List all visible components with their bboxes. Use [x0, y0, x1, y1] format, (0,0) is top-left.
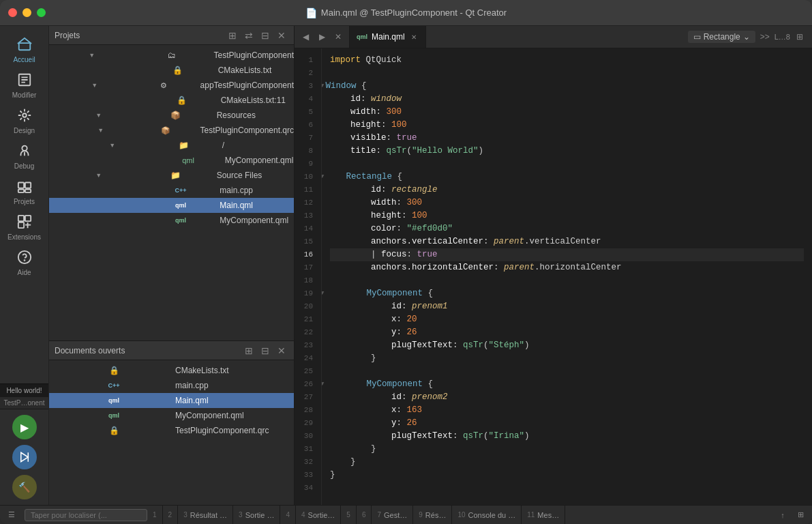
tree-item-source-files[interactable]: ▼ 📁 Source Files [49, 168, 294, 183]
code-line[interactable] [330, 67, 804, 80]
code-line[interactable]: anchors.verticalCenter: parent.verticalC… [330, 235, 804, 248]
code-line[interactable]: y: 26 [330, 326, 804, 339]
bottom-tab-sortie3[interactable]: 3Sortie … [233, 506, 280, 525]
code-line[interactable]: width: 300 [330, 196, 804, 209]
element-selector[interactable]: ▭ Rectangle ⌄ [688, 31, 755, 43]
tree-item-mycomponent-qml-2[interactable]: qml MyComponent.qml [49, 213, 294, 228]
search-input[interactable] [25, 509, 147, 521]
fold-arrow-icon[interactable]: ▼ [322, 287, 324, 300]
fold-arrow-icon[interactable]: ▼ [322, 171, 324, 184]
code-line[interactable]: visible: true [330, 132, 804, 145]
run-debug-button[interactable] [12, 445, 37, 469]
code-line[interactable]: color: "#efd0d0" [330, 222, 804, 235]
code-line[interactable]: x: 163 [330, 404, 804, 417]
code-line[interactable]: y: 26 [330, 417, 804, 430]
sidebar-item-debug[interactable]: Debug [0, 138, 49, 173]
tree-item-testplugincomponent[interactable]: ▼ 🗂 TestPluginComponent [49, 48, 294, 63]
panel-close-btn[interactable]: ✕ [275, 29, 288, 42]
maximize-button[interactable] [37, 8, 46, 17]
code-line[interactable]: id: window [330, 93, 804, 106]
code-editor[interactable]: 1234567891011121314151617181920212223242… [295, 48, 812, 505]
split-editor-btn[interactable]: ⊞ [793, 30, 807, 44]
doc-item-cmake[interactable]: 🔒 CMakeLists.txt [49, 363, 294, 378]
doc-item-mycomponent-qml[interactable]: qml MyComponent.qml [49, 408, 294, 423]
code-line[interactable] [330, 365, 804, 378]
bottom-search[interactable] [25, 509, 147, 521]
tree-item-slash[interactable]: ▼ 📁 / [49, 138, 294, 153]
bottom-tab-sortie4[interactable]: 4Sortie… [296, 506, 341, 525]
minimize-button[interactable] [22, 8, 31, 17]
code-line[interactable]: ▼ MyComponent { [330, 378, 804, 391]
code-content[interactable]: import QtQuick▼Window { id: window width… [322, 48, 812, 505]
bottom-tab-mes[interactable]: 11Mes… [522, 506, 565, 525]
docs-panel-split-btn[interactable]: ⊟ [258, 344, 272, 358]
code-line[interactable]: plugTextText: qsTr("Irina") [330, 430, 804, 443]
bottom-tab-res[interactable]: 9Rés… [413, 506, 452, 525]
fold-arrow-icon[interactable]: ▼ [322, 80, 324, 93]
bottom-tab-gest[interactable]: 7Gest… [372, 506, 413, 525]
run-button[interactable]: ▶ [12, 415, 37, 439]
doc-item-main-cpp[interactable]: C++ main.cpp [49, 378, 294, 393]
tab-close-btn[interactable]: ✕ [409, 32, 419, 42]
bottom-up-btn[interactable]: ↑ [775, 508, 790, 523]
code-line[interactable]: } [330, 456, 804, 469]
bottom-tab-5[interactable]: 5 [341, 506, 357, 525]
build-button[interactable]: 🔨 [12, 475, 37, 499]
bottom-tab-2[interactable]: 2 [163, 506, 179, 525]
docs-panel-close-btn[interactable]: ✕ [275, 344, 288, 358]
close-button[interactable] [8, 8, 17, 17]
docs-panel-btn1[interactable]: ⊞ [242, 344, 256, 358]
code-line[interactable] [330, 158, 804, 171]
code-line[interactable]: id: prenom2 [330, 391, 804, 404]
tree-item-cmakelists[interactable]: 🔒 CMakeLists.txt [49, 63, 294, 78]
code-line[interactable]: height: 100 [330, 209, 804, 222]
code-line[interactable]: } [330, 469, 804, 482]
tab-close-other-btn[interactable]: ✕ [331, 30, 345, 44]
bottom-sidebar-btn[interactable]: ☰ [4, 508, 19, 523]
tree-item-qrc[interactable]: ▼ 📦 TestPluginComponent.qrc [49, 123, 294, 138]
code-line[interactable]: ▼ Rectangle { [330, 171, 804, 184]
sidebar-item-accueil[interactable]: Accueil [0, 31, 49, 67]
code-line[interactable]: x: 20 [330, 313, 804, 326]
sidebar-item-projets[interactable]: Projets [0, 173, 49, 209]
code-line[interactable] [330, 274, 804, 287]
bottom-tab-console[interactable]: 10Console du … [452, 506, 522, 525]
code-line[interactable]: | focus: true [330, 248, 804, 261]
panel-sync-btn[interactable]: ⇄ [242, 29, 256, 42]
code-line[interactable]: } [330, 352, 804, 365]
code-line[interactable]: anchors.horizontalCenter: parent.horizon… [330, 261, 804, 274]
code-line[interactable]: ▼Window { [330, 80, 804, 93]
tab-forward-btn[interactable]: ▶ [315, 30, 329, 44]
code-line[interactable]: title: qsTr("Hello World") [330, 145, 804, 158]
bottom-tab-6[interactable]: 6 [357, 506, 372, 525]
sidebar-item-modifier[interactable]: Modifier [0, 67, 49, 102]
code-line[interactable]: } [330, 443, 804, 456]
code-line[interactable]: width: 300 [330, 106, 804, 119]
sidebar-item-extensions[interactable]: Extensions [0, 209, 49, 244]
doc-item-qrc[interactable]: 🔒 TestPluginComponent.qrc [49, 423, 294, 438]
tree-item-resources[interactable]: ▼ 📦 Resources [49, 108, 294, 123]
panel-split-btn[interactable]: ⊟ [258, 29, 272, 42]
sidebar-item-design[interactable]: Design [0, 102, 49, 138]
tree-item-main-qml[interactable]: qml Main.qml [49, 198, 294, 213]
bottom-expand-btn[interactable]: ⊞ [793, 508, 808, 523]
code-line[interactable]: id: rectangle [330, 184, 804, 196]
code-line[interactable]: import QtQuick [330, 54, 804, 67]
tab-main-qml[interactable]: qml Main.qml ✕ [350, 26, 426, 48]
tree-item-cmakelists11[interactable]: 🔒 CMakeLists.txt:11 [49, 93, 294, 108]
code-line[interactable]: ▼ MyComponent { [330, 287, 804, 300]
tree-item-apptestplugin[interactable]: ▼ ⚙ appTestPluginComponent [49, 78, 294, 93]
tree-item-main-cpp[interactable]: C++ main.cpp [49, 183, 294, 198]
bottom-tab-resultat[interactable]: 3Résultat … [178, 506, 233, 525]
fold-arrow-icon[interactable]: ▼ [322, 378, 324, 391]
code-line[interactable]: id: prenom1 [330, 300, 804, 313]
code-line[interactable]: height: 100 [330, 119, 804, 132]
sidebar-item-aide[interactable]: Aide [0, 244, 49, 280]
tab-menu-btn[interactable]: >> [758, 30, 772, 44]
code-line[interactable] [330, 482, 804, 495]
tree-item-mycomponent-qml-1[interactable]: qml MyComponent.qml [49, 153, 294, 168]
panel-filter-btn[interactable]: ⊞ [226, 29, 239, 42]
tab-back-btn[interactable]: ◀ [299, 30, 312, 44]
doc-item-main-qml[interactable]: qml Main.qml [49, 393, 294, 408]
code-line[interactable]: plugTextText: qsTr("Stéph") [330, 339, 804, 352]
